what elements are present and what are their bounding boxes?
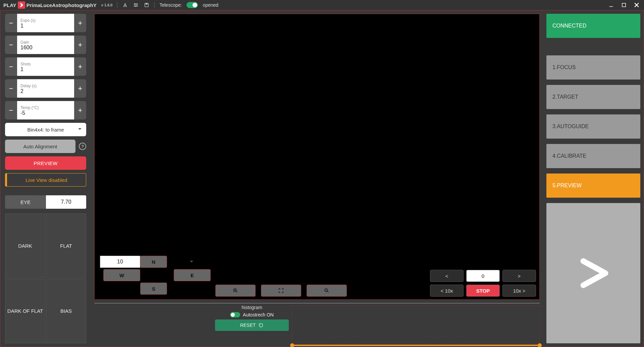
slew-south-button[interactable]: S xyxy=(140,283,167,295)
expo-value[interactable]: 1 xyxy=(20,23,71,29)
delay-label: Delay (s) xyxy=(20,84,71,88)
right-panel: CONNECTED 1.FOCUS 2.TARGET 3.AUTOGUIDE 4… xyxy=(543,10,644,347)
focus-position-value[interactable]: 0 xyxy=(466,270,500,282)
zoom-fit-button[interactable] xyxy=(261,285,301,297)
step-preview[interactable]: 5.PREVIEW xyxy=(546,174,640,198)
workspace: − Expo (s) 1 + − Gain 1600 + − Shots 1 + xyxy=(0,10,644,347)
step-focus[interactable]: 1.FOCUS xyxy=(546,55,640,80)
refresh-icon xyxy=(258,323,264,328)
binning-select[interactable]: Bin4x4: to frame xyxy=(5,123,86,136)
frame-type-grid: DARK FLAT DARK OF FLAT BIAS xyxy=(5,213,86,343)
svg-point-6 xyxy=(233,289,236,292)
status-connected[interactable]: CONNECTED xyxy=(546,14,640,38)
mount-icon[interactable] xyxy=(122,2,128,8)
slew-north-button[interactable]: N xyxy=(140,256,167,268)
auto-alignment-button[interactable]: Auto Alignment xyxy=(5,140,75,153)
separator xyxy=(154,2,155,8)
bias-button[interactable]: BIAS xyxy=(46,279,86,344)
temp-minus[interactable]: − xyxy=(5,101,17,119)
eye-label: EYE xyxy=(5,195,46,209)
image-preview[interactable]: N S W E 10 < 0 xyxy=(94,14,540,300)
temp-label: Temp (°C) xyxy=(20,105,71,110)
app-brand: PLAY PrimaLuceAstrophotographY xyxy=(3,1,97,9)
preview-button[interactable]: PREVIEW xyxy=(5,156,86,170)
shots-plus[interactable]: + xyxy=(74,57,86,76)
shots-stepper: − Shots 1 + xyxy=(5,57,86,76)
zoom-row xyxy=(215,285,347,297)
shots-minus[interactable]: − xyxy=(5,57,17,76)
eye-value[interactable]: 7.70 xyxy=(46,195,86,209)
telescope-label: Telescope: xyxy=(159,2,182,8)
delay-value[interactable]: 2 xyxy=(20,88,71,94)
binning-value: Bin4x4: to frame xyxy=(27,127,64,133)
svg-point-7 xyxy=(325,289,328,292)
left-panel: − Expo (s) 1 + − Gain 1600 + − Shots 1 + xyxy=(0,10,91,347)
brand-name: PrimaLuceAstrophotographY xyxy=(26,2,97,8)
slew-west-button[interactable]: W xyxy=(103,269,140,281)
dark-of-flat-button[interactable]: DARK OF FLAT xyxy=(5,279,45,344)
step-target[interactable]: 2.TARGET xyxy=(546,85,640,109)
telescope-state: opened xyxy=(203,2,218,8)
gain-minus[interactable]: − xyxy=(5,36,17,54)
slew-speed-select[interactable]: 10 xyxy=(100,256,140,268)
histogram-range-slider[interactable] xyxy=(292,345,540,346)
start-sequence-button[interactable] xyxy=(546,203,640,343)
shots-value[interactable]: 1 xyxy=(20,66,71,72)
svg-rect-5 xyxy=(622,3,626,7)
temp-plus[interactable]: + xyxy=(74,101,86,119)
zoom-out-button[interactable] xyxy=(307,285,347,297)
svg-point-2 xyxy=(135,6,136,7)
zoom-in-button[interactable] xyxy=(215,285,256,297)
autostretch-toggle[interactable] xyxy=(230,312,240,317)
focus-step-grid: < 0 > < 10x STOP 10x > xyxy=(430,270,536,297)
svg-point-1 xyxy=(137,5,138,6)
svg-rect-3 xyxy=(145,3,149,7)
gain-plus[interactable]: + xyxy=(74,36,86,54)
focus-in-10x-button[interactable]: < 10x xyxy=(430,285,464,297)
slew-east-button[interactable]: E xyxy=(174,269,211,281)
svg-point-0 xyxy=(135,3,136,4)
separator xyxy=(117,2,117,8)
step-calibrate[interactable]: 4.CALIBRATE xyxy=(546,144,640,168)
delay-stepper: − Delay (s) 2 + xyxy=(5,79,86,98)
window-close-icon[interactable] xyxy=(633,1,641,9)
flat-button[interactable]: FLAT xyxy=(46,213,86,278)
center-area: N S W E 10 < 0 xyxy=(91,10,543,347)
brand-logo-icon xyxy=(18,1,25,9)
shots-label: Shots xyxy=(20,62,71,66)
save-icon[interactable] xyxy=(144,2,150,8)
live-view-status[interactable]: Live View disabled xyxy=(5,173,86,187)
temp-value[interactable]: -5 xyxy=(20,110,71,116)
settings-sliders-icon[interactable] xyxy=(133,2,139,8)
histogram-bar: histogram Autostrech ON RESET xyxy=(94,303,540,347)
window-maximize-icon[interactable] xyxy=(620,1,628,9)
expo-minus[interactable]: − xyxy=(5,14,17,32)
focus-out-button[interactable]: > xyxy=(502,270,536,282)
dark-button[interactable]: DARK xyxy=(5,213,45,278)
autostretch-label: Autostrech ON xyxy=(243,312,274,317)
focus-in-button[interactable]: < xyxy=(430,270,464,282)
temp-stepper: − Temp (°C) -5 + xyxy=(5,101,86,119)
focus-out-10x-button[interactable]: 10x > xyxy=(502,285,536,297)
play-icon xyxy=(573,253,613,293)
window-minimize-icon[interactable] xyxy=(607,1,615,9)
focus-stop-button[interactable]: STOP xyxy=(466,285,500,297)
gain-stepper: − Gain 1600 + xyxy=(5,36,86,54)
play-label: PLAY xyxy=(3,2,16,8)
telescope-toggle[interactable] xyxy=(186,2,198,8)
step-autoguide[interactable]: 3.AUTOGUIDE xyxy=(546,114,640,139)
delay-plus[interactable]: + xyxy=(74,79,86,98)
gain-value[interactable]: 1600 xyxy=(20,45,71,51)
eye-row: EYE 7.70 xyxy=(5,195,86,209)
histogram-reset-button[interactable]: RESET xyxy=(215,319,289,331)
histogram-plot[interactable] xyxy=(292,305,540,343)
delay-minus[interactable]: − xyxy=(5,79,17,98)
titlebar: PLAY PrimaLuceAstrophotographY v 1.6.0 T… xyxy=(0,0,644,10)
app-version: v 1.6.0 xyxy=(101,3,113,7)
svg-rect-4 xyxy=(146,3,148,5)
direction-pad: N S W E 10 xyxy=(100,256,197,297)
expo-label: Expo (s) xyxy=(20,18,71,23)
auto-alignment-help-icon[interactable]: ? xyxy=(79,143,86,150)
expo-stepper: − Expo (s) 1 + xyxy=(5,14,86,32)
expo-plus[interactable]: + xyxy=(74,14,86,32)
